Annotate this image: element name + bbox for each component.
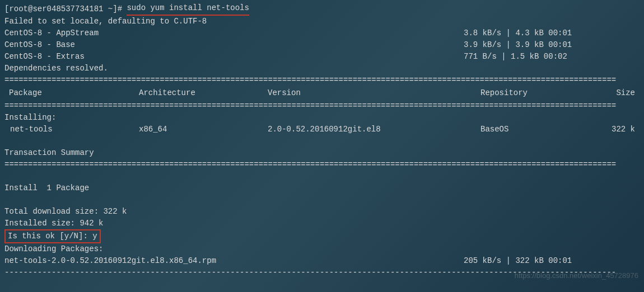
locale-msg: Failed to set locale, defaulting to C.UT… bbox=[4, 16, 640, 27]
deps-resolved: Dependencies resolved. bbox=[4, 63, 640, 74]
pkg-repo: BaseOS bbox=[480, 124, 592, 135]
download-name: net-tools-2.0-0.52.20160912git.el8.x86_6… bbox=[4, 255, 464, 267]
repo-stats: 3.8 kB/s | 4.3 kB 00:01 bbox=[464, 27, 640, 39]
repo-stats: 771 B/s | 1.5 kB 00:02 bbox=[464, 51, 640, 63]
repo-name: CentOS-8 - AppStream bbox=[4, 27, 464, 39]
total-download-size: Total download size: 322 k bbox=[4, 206, 640, 218]
header-repo: Repository bbox=[480, 87, 592, 99]
repo-row: CentOS-8 - Base 3.9 kB/s | 3.9 kB 00:01 bbox=[4, 39, 640, 51]
pkg-name: net-tools bbox=[4, 124, 139, 135]
divider: ========================================… bbox=[4, 100, 640, 112]
header-version: Version bbox=[268, 87, 480, 99]
prompt-user-host: [root@ser048537734181 ~]# bbox=[4, 3, 122, 15]
prompt-line: [root@ser048537734181 ~]# sudo yum insta… bbox=[4, 2, 640, 16]
divider: ========================================… bbox=[4, 74, 640, 86]
command-text: sudo yum install net-tools bbox=[127, 2, 249, 16]
header-arch: Architecture bbox=[139, 87, 268, 99]
pkg-arch: x86_64 bbox=[139, 124, 268, 135]
transaction-summary: Transaction Summary bbox=[4, 147, 640, 159]
pkg-version: 2.0-0.52.20160912git.el8 bbox=[268, 124, 480, 135]
download-stats: 205 kB/s | 322 kB 00:01 bbox=[464, 255, 640, 267]
header-package: Package bbox=[4, 87, 139, 99]
divider: ========================================… bbox=[4, 159, 640, 171]
repo-row: CentOS-8 - AppStream 3.8 kB/s | 4.3 kB 0… bbox=[4, 27, 640, 39]
watermark: https://blog.csdn.net/weixin_45728976 bbox=[515, 270, 638, 281]
confirm-prompt[interactable]: Is this ok [y/N]: y bbox=[4, 229, 640, 243]
repo-name: CentOS-8 - Base bbox=[4, 39, 464, 51]
downloading-label: Downloading Packages: bbox=[4, 243, 640, 255]
repo-stats: 3.9 kB/s | 3.9 kB 00:01 bbox=[464, 39, 640, 51]
pkg-size: 322 k bbox=[592, 124, 640, 135]
installing-label: Installing: bbox=[4, 112, 640, 124]
download-row: net-tools-2.0-0.52.20160912git.el8.x86_6… bbox=[4, 255, 640, 267]
installed-size: Installed size: 942 k bbox=[4, 218, 640, 229]
repo-row: CentOS-8 - Extras 771 B/s | 1.5 kB 00:02 bbox=[4, 51, 640, 63]
confirm-text: Is this ok [y/N]: y bbox=[4, 229, 101, 243]
package-row: net-tools x86_64 2.0-0.52.20160912git.el… bbox=[4, 124, 640, 135]
table-header: Package Architecture Version Repository … bbox=[4, 86, 640, 100]
header-size: Size bbox=[592, 87, 640, 99]
repo-name: CentOS-8 - Extras bbox=[4, 51, 464, 63]
install-count: Install 1 Package bbox=[4, 182, 640, 194]
